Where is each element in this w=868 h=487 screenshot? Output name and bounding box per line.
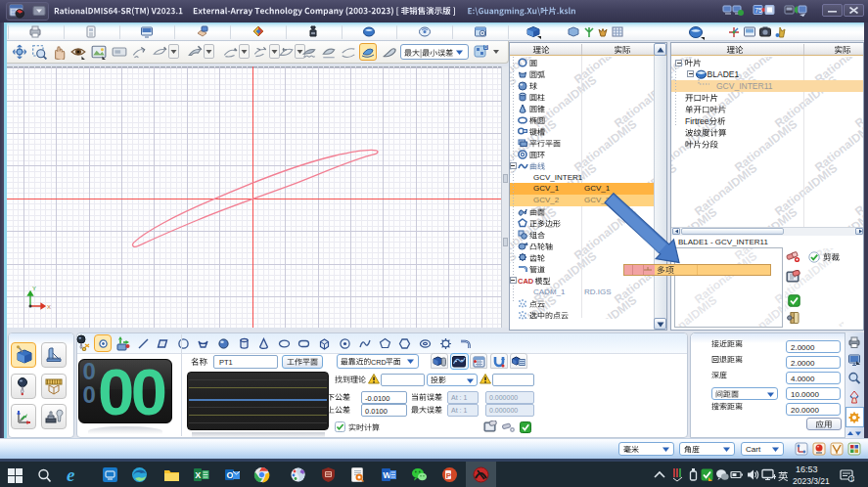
svg-text:CAD: CAD — [518, 277, 534, 286]
svg-text:X: X — [195, 470, 201, 480]
svg-text:e: e — [67, 466, 75, 483]
svg-text:O: O — [227, 470, 234, 480]
svg-text:P: P — [446, 471, 452, 480]
svg-text:X: X — [47, 304, 51, 310]
svg-text:Y: Y — [32, 286, 36, 291]
